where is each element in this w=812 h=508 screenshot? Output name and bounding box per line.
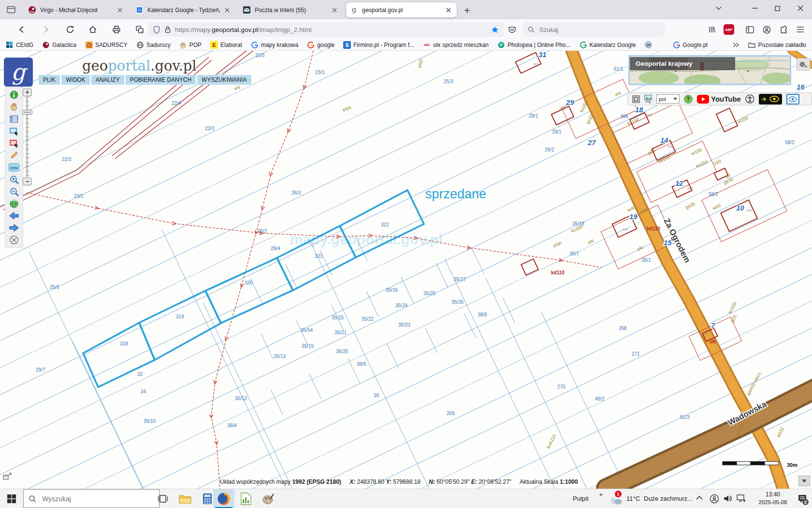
tab-geoportal[interactable]: g geoportal.gov.pl <box>346 2 457 17</box>
url-bar[interactable]: https://mapy.geoportal.gov.pl/imap/Imgp_… <box>148 22 504 37</box>
weather-temperature[interactable]: 11°C <box>626 495 640 502</box>
bookmark-ceidg[interactable]: CEIdG <box>6 41 33 49</box>
task-view-button[interactable] <box>152 489 174 508</box>
home-button[interactable] <box>86 22 100 37</box>
adblock-icon[interactable]: ABP <box>722 22 736 37</box>
browser-search-bar[interactable] <box>523 22 665 37</box>
info-icon[interactable] <box>8 89 20 101</box>
list-all-tabs-icon[interactable] <box>709 0 729 16</box>
volume-icon[interactable] <box>724 494 733 503</box>
help-icon[interactable]: ? <box>684 95 693 104</box>
tab-poczta[interactable]: Poczta w Interii (55) <box>239 2 343 17</box>
tab-calendar[interactable]: 31 Kalendarz Google - Tydzień, w k <box>131 2 235 17</box>
layer-grid-icon[interactable] <box>632 95 640 103</box>
menu-hamburger-icon[interactable] <box>793 22 808 37</box>
zoom-slider-minus-button[interactable]: − <box>23 178 32 185</box>
tab-close-icon[interactable] <box>223 6 232 15</box>
window-maximize-button[interactable] <box>767 0 787 16</box>
bookmark-pop[interactable]: POP <box>179 41 202 49</box>
window-close-button[interactable] <box>790 0 811 16</box>
pan-hand-icon[interactable] <box>8 101 20 113</box>
select-rectangle-icon[interactable] <box>8 125 20 137</box>
weather-description[interactable]: Duże zachmurz... <box>644 495 693 502</box>
full-extent-globe-icon[interactable] <box>8 198 20 209</box>
print-icon[interactable] <box>109 22 124 37</box>
other-bookmarks-folder[interactable]: Pozostałe zakładki <box>748 41 806 49</box>
bookmark-kalendarz-google[interactable]: Kalendarz Google <box>580 41 636 49</box>
taskbar-search-input[interactable] <box>41 494 140 503</box>
reload-button[interactable] <box>63 22 77 37</box>
pocket-icon[interactable] <box>505 22 519 37</box>
firefox-view-icon[interactable] <box>5 4 17 15</box>
weather-icon[interactable]: 1 <box>609 493 623 505</box>
new-tab-button[interactable] <box>461 4 473 16</box>
taskbar-search-box[interactable] <box>23 489 160 508</box>
libreoffice-calc-button[interactable] <box>235 489 257 508</box>
desktop-toolbar-label[interactable]: Pulpit <box>573 495 589 502</box>
bookmark-sadurscy-2[interactable]: Sadurscy <box>136 41 171 49</box>
geoportal-logo[interactable]: g <box>4 58 33 87</box>
library-icon[interactable] <box>705 22 719 37</box>
forward-button[interactable] <box>39 22 53 37</box>
xyh-coordinates-icon[interactable]: XYH <box>8 162 20 173</box>
zoom-slider-plus-button[interactable]: + <box>23 89 32 96</box>
lock-icon[interactable] <box>164 26 171 33</box>
overview-map[interactable]: Geoportal krajowy <box>628 55 791 85</box>
previous-view-icon[interactable] <box>8 210 20 222</box>
clear-selection-icon[interactable] <box>8 234 20 246</box>
bookmark-star-icon[interactable] <box>491 26 499 33</box>
bookmarks-overflow-icon[interactable] <box>733 43 740 47</box>
bookmark-olx[interactable]: olxolx sprzedz mieszkan <box>423 41 489 49</box>
start-button[interactable] <box>0 489 23 508</box>
language-select[interactable]: pol <box>656 94 680 104</box>
menu-pobieranie-danych[interactable]: POBIERANIE DANYCH <box>126 75 196 85</box>
account-icon[interactable] <box>759 22 774 37</box>
visibility-eye-icon[interactable] <box>786 94 799 105</box>
zoom-in-icon[interactable] <box>8 174 20 185</box>
tab-close-icon[interactable] <box>444 6 453 15</box>
bookmark-mapy-krakowa[interactable]: mapy krakowa <box>251 41 298 49</box>
menu-analizy[interactable]: ANALIZY <box>91 75 124 85</box>
next-view-icon[interactable] <box>8 222 20 234</box>
tab-close-icon[interactable] <box>330 6 339 15</box>
tab-virgo[interactable]: Virgo - Michał Dzięcioł <box>24 2 128 17</box>
firefox-button[interactable] <box>213 489 234 508</box>
menu-plik[interactable]: PLIK <box>39 75 60 85</box>
draw-pencil-icon[interactable] <box>8 149 20 161</box>
tracking-shield-icon[interactable] <box>153 26 160 34</box>
bookmark-elaborat[interactable]: EElaborat <box>210 41 242 49</box>
tray-chevron-up-icon[interactable] <box>696 495 703 500</box>
menu-widok[interactable]: WIDOK <box>61 75 90 85</box>
attribute-table-icon[interactable] <box>8 113 20 125</box>
sidebar-icon[interactable] <box>742 22 757 37</box>
extension-icon[interactable] <box>776 22 791 37</box>
map-corner-collapse-button[interactable] <box>798 476 810 486</box>
bookmark-galactica[interactable]: Galactica <box>42 41 76 49</box>
bookmark-google-pl[interactable]: Google.pl <box>673 41 708 49</box>
settings-gear-icon[interactable] <box>797 58 810 71</box>
deselect-rectangle-icon[interactable] <box>8 137 20 149</box>
meet-now-icon[interactable] <box>710 494 719 504</box>
window-minimize-button[interactable] <box>745 0 765 16</box>
bookmark-photopea[interactable]: PPhotopea | Online Pho... <box>497 41 571 49</box>
network-icon[interactable] <box>737 494 746 503</box>
toolbar-overflow-chevron[interactable]: » <box>599 491 603 498</box>
zoom-out-icon[interactable] <box>8 186 20 197</box>
zoom-slider-handle[interactable] <box>22 110 32 115</box>
screenshot-icon[interactable] <box>132 22 147 37</box>
window-resize-grip-icon[interactable] <box>3 473 12 480</box>
accessibility-icon[interactable] <box>745 94 754 104</box>
image-format-icon[interactable]: img <box>644 95 652 103</box>
bookmark-wordpress[interactable]: W <box>645 41 652 49</box>
search-input[interactable] <box>538 26 637 34</box>
bookmark-sadurscy-1[interactable]: SADURSCY <box>85 41 128 49</box>
bookmark-firmino[interactable]: SFirmino.pl - Program f... <box>343 41 414 49</box>
menu-wyszukiwania[interactable]: WYSZUKIWANIA <box>197 75 251 85</box>
back-button[interactable] <box>14 22 29 37</box>
tab-close-icon[interactable] <box>116 6 124 15</box>
youtube-link[interactable]: YouTube <box>697 95 741 104</box>
file-explorer-button[interactable] <box>174 489 196 508</box>
gimp-button[interactable] <box>258 489 279 508</box>
zoom-slider-track[interactable] <box>25 97 29 177</box>
high-contrast-toggle[interactable] <box>759 94 782 105</box>
